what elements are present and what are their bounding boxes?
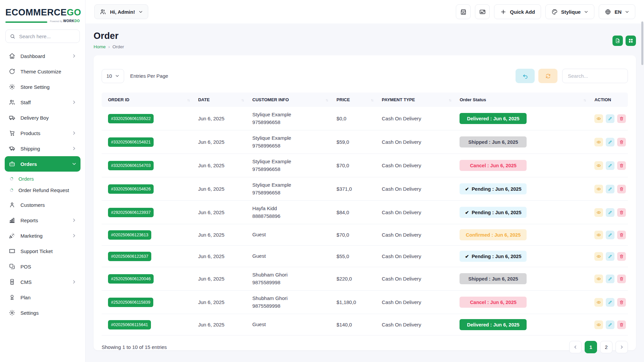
storefront-button[interactable] (456, 4, 471, 19)
edit-order-button[interactable] (606, 185, 614, 193)
order-status-badge[interactable]: Cancel : Jun 6, 2025 (460, 297, 527, 308)
undo-button[interactable] (516, 69, 535, 83)
delete-order-button[interactable] (617, 252, 626, 261)
breadcrumb-home-link[interactable]: Home (94, 44, 106, 49)
language-selector-button[interactable]: EN (599, 4, 635, 19)
order-id-badge[interactable]: #020250606123613 (108, 230, 151, 240)
view-order-button[interactable] (594, 298, 603, 307)
delete-order-button[interactable] (617, 185, 626, 193)
column-header-payment-type[interactable]: PAYMENT TYPE↑↓ (378, 93, 456, 107)
sidebar-item-reports[interactable]: Reports (5, 213, 80, 228)
order-id-badge[interactable]: #3320250606154626 (108, 184, 154, 194)
view-order-button[interactable] (594, 114, 603, 123)
view-order-button[interactable] (594, 231, 603, 239)
sidebar-item-pos[interactable]: POS (5, 259, 80, 274)
edit-order-button[interactable] (606, 161, 614, 170)
sort-icon[interactable]: ↑↓ (187, 98, 190, 102)
edit-order-button[interactable] (606, 275, 614, 283)
order-status-badge[interactable]: Confirmed : Jun 6, 2025 (460, 229, 527, 240)
order-id-badge[interactable]: #020250606115641 (108, 320, 151, 329)
sort-icon[interactable]: ↑↓ (371, 98, 373, 102)
sidebar-item-delivery-boy[interactable]: Delivery Boy (5, 110, 80, 125)
delete-order-button[interactable] (617, 231, 626, 239)
sidebar-search-input[interactable] (18, 33, 75, 40)
sidebar-subitem-order-refund-request[interactable]: Order Refund Request (5, 184, 80, 196)
order-status-badge[interactable]: Delivered : Jun 6, 2025 (460, 319, 527, 330)
delete-order-button[interactable] (617, 320, 626, 329)
order-id-badge[interactable]: #3320250606154821 (108, 137, 154, 147)
order-id-badge[interactable]: #020250606122637 (108, 252, 151, 261)
mail-card-button[interactable] (475, 4, 490, 19)
sort-icon[interactable]: ↑↓ (241, 98, 244, 102)
view-order-button[interactable] (594, 275, 603, 283)
brand-logo[interactable]: ECOMMERCEGO Powered By WORKDO (0, 5, 85, 23)
order-status-badge[interactable]: Shipped : Jun 6, 2025 (460, 136, 527, 147)
edit-order-button[interactable] (606, 208, 614, 217)
edit-order-button[interactable] (606, 231, 614, 239)
edit-order-button[interactable] (606, 252, 614, 261)
order-id-badge[interactable]: #3320250606154703 (108, 161, 154, 170)
delete-order-button[interactable] (617, 208, 626, 217)
delete-order-button[interactable] (617, 298, 626, 307)
view-order-button[interactable] (594, 161, 603, 170)
quick-add-button[interactable]: Quick Add (494, 4, 541, 19)
sort-icon[interactable]: ↑↓ (448, 98, 451, 102)
order-id-badge[interactable]: #3320250606155522 (108, 114, 154, 123)
table-search[interactable] (562, 69, 628, 83)
order-status-badge[interactable]: Delivered : Jun 6, 2025 (460, 113, 527, 124)
pagination-next-button[interactable] (615, 341, 628, 353)
delete-order-button[interactable] (617, 161, 626, 170)
order-id-badge[interactable]: #2520250606115839 (108, 298, 153, 307)
sidebar-item-marketing[interactable]: Marketing (5, 228, 80, 243)
sidebar-item-customers[interactable]: Customers (5, 197, 80, 213)
edit-order-button[interactable] (606, 320, 614, 329)
sidebar-item-support-ticket[interactable]: Support Ticket (5, 243, 80, 259)
order-status-badge[interactable]: ✔Pending : Jun 6, 2025 (460, 251, 527, 262)
scrollbar-thumb[interactable] (641, 21, 643, 65)
view-order-button[interactable] (594, 185, 603, 193)
sidebar-search[interactable] (5, 29, 80, 43)
column-header-date[interactable]: DATE↑↓ (195, 93, 249, 107)
table-search-input[interactable] (567, 73, 623, 79)
view-order-button[interactable] (594, 320, 603, 329)
view-order-button[interactable] (594, 138, 603, 146)
admin-menu-button[interactable]: Hi, Admin! (94, 4, 148, 19)
sidebar-item-theme-customize[interactable]: Theme Customize (5, 64, 80, 79)
view-order-button[interactable] (594, 208, 603, 217)
pagination-prev-button[interactable] (569, 341, 582, 353)
column-header-order-status[interactable]: Order Status↑↓ (456, 93, 591, 107)
theme-selector-button[interactable]: Stylique (545, 4, 594, 19)
export-button[interactable] (612, 36, 623, 46)
order-id-badge[interactable]: #2520250606120046 (108, 274, 154, 284)
sidebar-item-store-setting[interactable]: Store Setting (5, 79, 80, 95)
view-order-button[interactable] (594, 252, 603, 261)
sidebar-item-orders[interactable]: Orders (5, 156, 80, 172)
sidebar-item-settings[interactable]: Settings (5, 305, 80, 320)
sort-icon[interactable]: ↑↓ (325, 98, 328, 102)
sidebar-item-shipping[interactable]: Shipping (5, 141, 80, 156)
refresh-button[interactable] (538, 69, 557, 83)
grid-view-button[interactable] (626, 36, 636, 46)
delete-order-button[interactable] (617, 275, 626, 283)
entries-per-page-select[interactable]: 10 (102, 69, 124, 83)
order-status-badge[interactable]: Shipped : Jun 6, 2025 (460, 273, 527, 284)
order-status-badge[interactable]: ✔Pending : Jun 6, 2025 (460, 183, 527, 194)
column-header-price[interactable]: PRICE↑↓ (333, 93, 378, 107)
sidebar-item-products[interactable]: Products (5, 125, 80, 141)
order-status-badge[interactable]: ✔Pending : Jun 6, 2025 (460, 207, 527, 218)
sidebar-item-staff[interactable]: Staff (5, 95, 80, 110)
edit-order-button[interactable] (606, 138, 614, 146)
edit-order-button[interactable] (606, 298, 614, 307)
delete-order-button[interactable] (617, 138, 626, 146)
order-status-badge[interactable]: Cancel : Jun 6, 2025 (460, 160, 527, 171)
pagination-page-2[interactable]: 2 (600, 341, 612, 353)
sidebar-item-cms[interactable]: CMS (5, 274, 80, 290)
sidebar-item-dashboard[interactable]: Dashboard (5, 48, 80, 64)
edit-order-button[interactable] (606, 114, 614, 123)
delete-order-button[interactable] (617, 114, 626, 123)
sort-icon[interactable]: ↑↓ (583, 98, 586, 102)
column-header-customer-info[interactable]: CUSTOMER INFO↑↓ (249, 93, 333, 107)
order-id-badge[interactable]: #2920250606123937 (108, 208, 154, 217)
column-header-order-id[interactable]: ORDER ID↑↓ (102, 93, 195, 107)
sidebar-item-plan[interactable]: Plan (5, 290, 80, 305)
